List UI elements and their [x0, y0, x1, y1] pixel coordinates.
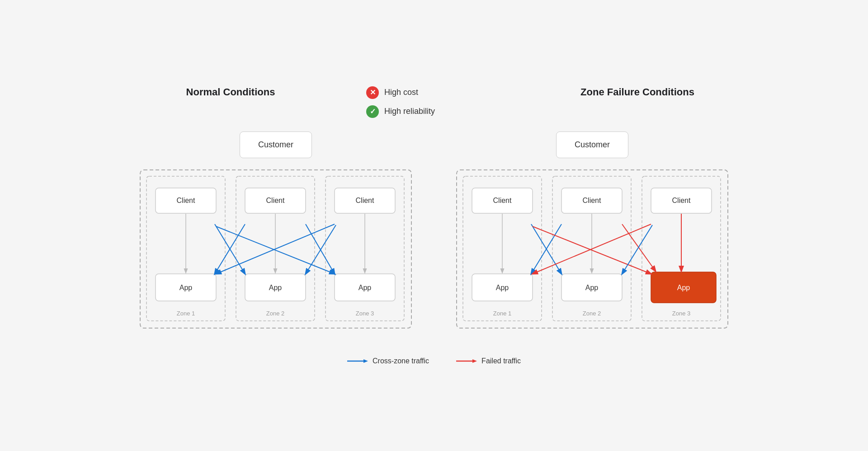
high-reliability-label: High reliability: [384, 107, 435, 116]
normal-diagram-svg: Zone 1 Zone 2 Zone 3 Client Client Clien…: [136, 165, 416, 337]
bottom-legend-cross-zone: Cross-zone traffic: [347, 357, 429, 365]
normal-zone3-app: App: [359, 284, 372, 291]
red-arrow-icon: [456, 357, 477, 365]
bottom-legend: Cross-zone traffic Failed traffic: [347, 357, 521, 365]
failure-zone3-app: App: [677, 284, 690, 291]
normal-zone3-label: Zone 3: [356, 310, 374, 317]
cross-zone-label: Cross-zone traffic: [373, 357, 429, 365]
normal-svg-diagram: Zone 1 Zone 2 Zone 3 Client Client Clien…: [136, 165, 416, 339]
zone-failure-title: Zone Failure Conditions: [580, 86, 694, 98]
failure-zone2-app: App: [585, 284, 599, 291]
failure-zone1-client: Client: [493, 197, 512, 204]
normal-zone2-client: Client: [266, 197, 285, 204]
svg-line-37: [622, 225, 652, 274]
failure-zone3-client: Client: [672, 197, 691, 204]
failure-customer-box: Customer: [556, 132, 628, 158]
failure-zone2-label: Zone 2: [583, 310, 601, 317]
normal-zone1-app: App: [179, 284, 193, 291]
legend: ✕ High cost ✓ High reliability: [366, 86, 502, 118]
blue-arrow-icon: [347, 357, 368, 365]
svg-marker-41: [472, 359, 477, 363]
svg-marker-39: [363, 359, 368, 363]
normal-zone2-label: Zone 2: [266, 310, 284, 317]
legend-high-reliability: ✓ High reliability: [366, 105, 435, 118]
normal-conditions-diagram: Customer Zone 1 Zone 2 Zone 3: [136, 132, 416, 339]
failure-diagram-svg: Zone 1 Zone 2 Zone 3 Client Client Clien…: [452, 165, 732, 337]
high-cost-label: High cost: [384, 88, 418, 97]
bottom-legend-failed: Failed traffic: [456, 357, 521, 365]
normal-zone3-client: Client: [356, 197, 374, 204]
legend-high-cost: ✕ High cost: [366, 86, 418, 99]
failure-zone2-client: Client: [583, 197, 601, 204]
normal-conditions-title: Normal Conditions: [186, 86, 275, 98]
zone-failure-diagram: Customer Zone 1 Zone 2 Zone 3: [452, 132, 732, 339]
failure-zone1-app: App: [496, 284, 509, 291]
main-container: Normal Conditions ✕ High cost ✓ High rel…: [0, 86, 868, 365]
failure-zone1-label: Zone 1: [493, 310, 511, 317]
failed-traffic-label: Failed traffic: [481, 357, 521, 365]
normal-zone1-client: Client: [177, 197, 195, 204]
normal-customer-box: Customer: [240, 132, 312, 158]
diagrams-area: Customer Zone 1 Zone 2 Zone 3: [136, 132, 732, 339]
failure-svg-diagram: Zone 1 Zone 2 Zone 3 Client Client Clien…: [452, 165, 732, 339]
high-cost-icon: ✕: [366, 86, 379, 99]
high-reliability-icon: ✓: [366, 105, 379, 118]
normal-zone2-app: App: [269, 284, 282, 291]
failure-zone3-label: Zone 3: [672, 310, 690, 317]
normal-zone1-label: Zone 1: [177, 310, 195, 317]
